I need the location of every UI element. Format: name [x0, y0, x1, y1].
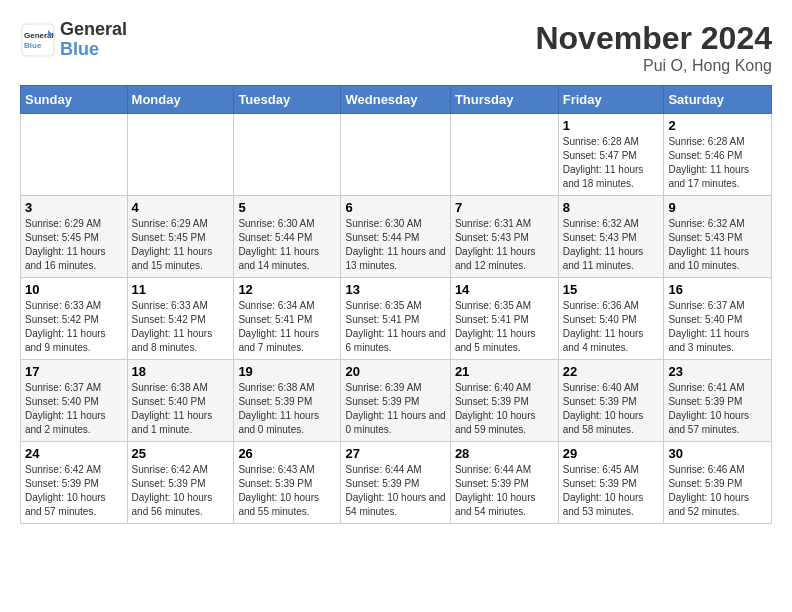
- day-number: 16: [668, 282, 767, 297]
- header-cell-friday: Friday: [558, 86, 664, 114]
- day-number: 19: [238, 364, 336, 379]
- day-info: Sunrise: 6:34 AM Sunset: 5:41 PM Dayligh…: [238, 299, 336, 355]
- week-row-1: 1Sunrise: 6:28 AM Sunset: 5:47 PM Daylig…: [21, 114, 772, 196]
- day-info: Sunrise: 6:39 AM Sunset: 5:39 PM Dayligh…: [345, 381, 445, 437]
- day-cell: 7Sunrise: 6:31 AM Sunset: 5:43 PM Daylig…: [450, 196, 558, 278]
- day-cell: [21, 114, 128, 196]
- day-number: 1: [563, 118, 660, 133]
- header-row: SundayMondayTuesdayWednesdayThursdayFrid…: [21, 86, 772, 114]
- day-number: 11: [132, 282, 230, 297]
- day-cell: 15Sunrise: 6:36 AM Sunset: 5:40 PM Dayli…: [558, 278, 664, 360]
- logo-text: General Blue: [60, 20, 127, 60]
- day-info: Sunrise: 6:46 AM Sunset: 5:39 PM Dayligh…: [668, 463, 767, 519]
- header-cell-saturday: Saturday: [664, 86, 772, 114]
- day-cell: 8Sunrise: 6:32 AM Sunset: 5:43 PM Daylig…: [558, 196, 664, 278]
- day-cell: 11Sunrise: 6:33 AM Sunset: 5:42 PM Dayli…: [127, 278, 234, 360]
- day-info: Sunrise: 6:44 AM Sunset: 5:39 PM Dayligh…: [455, 463, 554, 519]
- day-cell: 26Sunrise: 6:43 AM Sunset: 5:39 PM Dayli…: [234, 442, 341, 524]
- day-number: 3: [25, 200, 123, 215]
- day-number: 8: [563, 200, 660, 215]
- day-info: Sunrise: 6:35 AM Sunset: 5:41 PM Dayligh…: [345, 299, 445, 355]
- day-number: 13: [345, 282, 445, 297]
- day-info: Sunrise: 6:29 AM Sunset: 5:45 PM Dayligh…: [132, 217, 230, 273]
- day-info: Sunrise: 6:32 AM Sunset: 5:43 PM Dayligh…: [668, 217, 767, 273]
- day-cell: [341, 114, 450, 196]
- day-cell: 2Sunrise: 6:28 AM Sunset: 5:46 PM Daylig…: [664, 114, 772, 196]
- day-number: 7: [455, 200, 554, 215]
- calendar-header: SundayMondayTuesdayWednesdayThursdayFrid…: [21, 86, 772, 114]
- day-cell: 21Sunrise: 6:40 AM Sunset: 5:39 PM Dayli…: [450, 360, 558, 442]
- day-number: 20: [345, 364, 445, 379]
- day-info: Sunrise: 6:43 AM Sunset: 5:39 PM Dayligh…: [238, 463, 336, 519]
- day-number: 6: [345, 200, 445, 215]
- day-number: 14: [455, 282, 554, 297]
- day-number: 5: [238, 200, 336, 215]
- day-info: Sunrise: 6:37 AM Sunset: 5:40 PM Dayligh…: [25, 381, 123, 437]
- day-number: 17: [25, 364, 123, 379]
- week-row-4: 17Sunrise: 6:37 AM Sunset: 5:40 PM Dayli…: [21, 360, 772, 442]
- header-cell-monday: Monday: [127, 86, 234, 114]
- day-number: 12: [238, 282, 336, 297]
- header-cell-wednesday: Wednesday: [341, 86, 450, 114]
- svg-rect-0: [22, 24, 54, 56]
- week-row-5: 24Sunrise: 6:42 AM Sunset: 5:39 PM Dayli…: [21, 442, 772, 524]
- day-cell: 14Sunrise: 6:35 AM Sunset: 5:41 PM Dayli…: [450, 278, 558, 360]
- day-number: 15: [563, 282, 660, 297]
- day-info: Sunrise: 6:32 AM Sunset: 5:43 PM Dayligh…: [563, 217, 660, 273]
- day-cell: 24Sunrise: 6:42 AM Sunset: 5:39 PM Dayli…: [21, 442, 128, 524]
- day-cell: 9Sunrise: 6:32 AM Sunset: 5:43 PM Daylig…: [664, 196, 772, 278]
- calendar-table: SundayMondayTuesdayWednesdayThursdayFrid…: [20, 85, 772, 524]
- day-number: 22: [563, 364, 660, 379]
- day-cell: 16Sunrise: 6:37 AM Sunset: 5:40 PM Dayli…: [664, 278, 772, 360]
- title-block: November 2024 Pui O, Hong Kong: [535, 20, 772, 75]
- day-number: 9: [668, 200, 767, 215]
- day-info: Sunrise: 6:42 AM Sunset: 5:39 PM Dayligh…: [132, 463, 230, 519]
- day-info: Sunrise: 6:37 AM Sunset: 5:40 PM Dayligh…: [668, 299, 767, 355]
- day-cell: 25Sunrise: 6:42 AM Sunset: 5:39 PM Dayli…: [127, 442, 234, 524]
- logo-general-text: General: [60, 20, 127, 40]
- day-cell: 30Sunrise: 6:46 AM Sunset: 5:39 PM Dayli…: [664, 442, 772, 524]
- day-info: Sunrise: 6:33 AM Sunset: 5:42 PM Dayligh…: [132, 299, 230, 355]
- day-info: Sunrise: 6:42 AM Sunset: 5:39 PM Dayligh…: [25, 463, 123, 519]
- day-cell: 22Sunrise: 6:40 AM Sunset: 5:39 PM Dayli…: [558, 360, 664, 442]
- day-cell: 4Sunrise: 6:29 AM Sunset: 5:45 PM Daylig…: [127, 196, 234, 278]
- day-cell: 27Sunrise: 6:44 AM Sunset: 5:39 PM Dayli…: [341, 442, 450, 524]
- day-cell: 1Sunrise: 6:28 AM Sunset: 5:47 PM Daylig…: [558, 114, 664, 196]
- day-number: 28: [455, 446, 554, 461]
- day-number: 24: [25, 446, 123, 461]
- day-info: Sunrise: 6:35 AM Sunset: 5:41 PM Dayligh…: [455, 299, 554, 355]
- day-cell: 18Sunrise: 6:38 AM Sunset: 5:40 PM Dayli…: [127, 360, 234, 442]
- day-cell: 20Sunrise: 6:39 AM Sunset: 5:39 PM Dayli…: [341, 360, 450, 442]
- day-cell: 29Sunrise: 6:45 AM Sunset: 5:39 PM Dayli…: [558, 442, 664, 524]
- calendar-body: 1Sunrise: 6:28 AM Sunset: 5:47 PM Daylig…: [21, 114, 772, 524]
- day-cell: 28Sunrise: 6:44 AM Sunset: 5:39 PM Dayli…: [450, 442, 558, 524]
- header-cell-thursday: Thursday: [450, 86, 558, 114]
- logo-icon: General Blue: [20, 22, 56, 58]
- day-cell: [450, 114, 558, 196]
- day-cell: [127, 114, 234, 196]
- week-row-3: 10Sunrise: 6:33 AM Sunset: 5:42 PM Dayli…: [21, 278, 772, 360]
- day-info: Sunrise: 6:40 AM Sunset: 5:39 PM Dayligh…: [455, 381, 554, 437]
- day-info: Sunrise: 6:36 AM Sunset: 5:40 PM Dayligh…: [563, 299, 660, 355]
- day-number: 26: [238, 446, 336, 461]
- day-cell: 12Sunrise: 6:34 AM Sunset: 5:41 PM Dayli…: [234, 278, 341, 360]
- day-cell: 3Sunrise: 6:29 AM Sunset: 5:45 PM Daylig…: [21, 196, 128, 278]
- day-cell: 13Sunrise: 6:35 AM Sunset: 5:41 PM Dayli…: [341, 278, 450, 360]
- day-info: Sunrise: 6:38 AM Sunset: 5:39 PM Dayligh…: [238, 381, 336, 437]
- day-number: 29: [563, 446, 660, 461]
- day-cell: 17Sunrise: 6:37 AM Sunset: 5:40 PM Dayli…: [21, 360, 128, 442]
- location: Pui O, Hong Kong: [535, 57, 772, 75]
- day-number: 18: [132, 364, 230, 379]
- day-number: 21: [455, 364, 554, 379]
- day-info: Sunrise: 6:28 AM Sunset: 5:47 PM Dayligh…: [563, 135, 660, 191]
- day-number: 30: [668, 446, 767, 461]
- day-info: Sunrise: 6:41 AM Sunset: 5:39 PM Dayligh…: [668, 381, 767, 437]
- svg-text:Blue: Blue: [24, 41, 42, 50]
- day-cell: [234, 114, 341, 196]
- day-cell: 19Sunrise: 6:38 AM Sunset: 5:39 PM Dayli…: [234, 360, 341, 442]
- day-info: Sunrise: 6:45 AM Sunset: 5:39 PM Dayligh…: [563, 463, 660, 519]
- week-row-2: 3Sunrise: 6:29 AM Sunset: 5:45 PM Daylig…: [21, 196, 772, 278]
- day-cell: 5Sunrise: 6:30 AM Sunset: 5:44 PM Daylig…: [234, 196, 341, 278]
- day-number: 2: [668, 118, 767, 133]
- logo: General Blue General Blue: [20, 20, 127, 60]
